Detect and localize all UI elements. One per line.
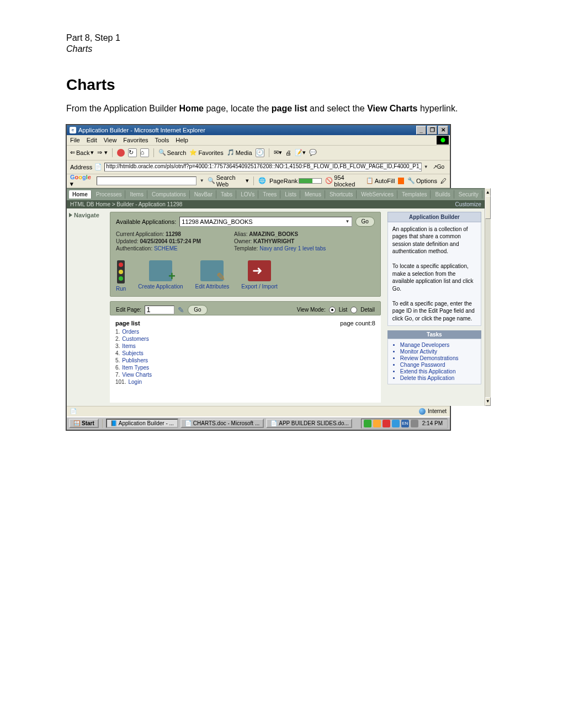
- refresh-icon[interactable]: ↻: [128, 148, 137, 157]
- available-apps-select[interactable]: 11298 AMAZING_BOOKS▼: [179, 217, 352, 227]
- taskbar-app-1[interactable]: 📘Application Builder - ...: [106, 419, 178, 428]
- menu-favorites[interactable]: Favorites: [123, 137, 148, 143]
- template-link[interactable]: Navy and Grey 1 level tabs: [259, 245, 326, 251]
- google-dropdown-icon[interactable]: ▼: [200, 178, 204, 183]
- vertical-scrollbar[interactable]: ▲ ▼: [485, 188, 491, 406]
- tab-trees[interactable]: Trees: [259, 190, 280, 199]
- tab-lists[interactable]: Lists: [282, 190, 300, 199]
- edit-attributes-button[interactable]: Edit Attributes: [195, 260, 230, 292]
- tab-lovs[interactable]: LOVs: [237, 190, 258, 199]
- page-link[interactable]: Subjects: [122, 350, 143, 356]
- create-app-button[interactable]: Create Application: [138, 260, 183, 292]
- sidebar-header: Application Builder: [387, 212, 481, 222]
- run-app-button[interactable]: Run: [116, 260, 126, 292]
- viewmode-detail-radio[interactable]: [350, 307, 357, 313]
- google-blogger-icon[interactable]: [398, 178, 404, 184]
- edit-icon[interactable]: 📝▾: [295, 149, 306, 156]
- tab-navbar[interactable]: NavBar: [191, 190, 216, 199]
- search-button[interactable]: 🔍Search: [158, 149, 187, 156]
- edit-page-go-button[interactable]: Go: [188, 305, 207, 315]
- page-link[interactable]: Item Types: [122, 365, 149, 371]
- stop-icon[interactable]: [117, 149, 125, 157]
- page-link[interactable]: Login: [128, 379, 141, 385]
- print-icon[interactable]: 🖨: [285, 149, 291, 156]
- tab-webservices[interactable]: WebServices: [358, 190, 397, 199]
- tab-templates[interactable]: Templates: [399, 190, 431, 199]
- task-link[interactable]: Monitor Activity: [400, 349, 476, 355]
- task-link[interactable]: Extend this Application: [400, 368, 476, 374]
- navigate-header[interactable]: Navigate: [69, 212, 104, 218]
- page-link[interactable]: Publishers: [122, 357, 148, 363]
- customize-link[interactable]: Customize: [455, 201, 481, 207]
- page-link[interactable]: Orders: [122, 329, 139, 335]
- tab-items[interactable]: Items: [126, 190, 147, 199]
- back-button[interactable]: ⇐ Back ▾: [70, 149, 94, 156]
- menu-view[interactable]: View: [104, 137, 117, 143]
- google-logo: Google ▾: [70, 174, 93, 188]
- menu-help[interactable]: Help: [176, 137, 188, 143]
- address-dropdown-icon[interactable]: ▼: [424, 164, 428, 169]
- tab-security[interactable]: Security: [455, 190, 482, 199]
- tab-tabs[interactable]: Tabs: [217, 190, 236, 199]
- tray-icon-2[interactable]: [373, 420, 381, 427]
- page-link[interactable]: Customers: [122, 336, 148, 342]
- edit-page-input[interactable]: [145, 306, 174, 314]
- menu-tools[interactable]: Tools: [155, 137, 169, 143]
- favorites-button[interactable]: ⭐Favorites: [189, 149, 223, 156]
- task-link[interactable]: Change Password: [400, 362, 476, 368]
- tab-processes[interactable]: Processes: [93, 190, 126, 199]
- security-zone: Internet: [428, 408, 447, 414]
- forward-button[interactable]: ⇒ ▾: [97, 149, 107, 156]
- discuss-icon[interactable]: 💬: [309, 149, 317, 156]
- google-options[interactable]: 🔧Options: [407, 177, 437, 184]
- home-icon[interactable]: ⌂: [140, 148, 149, 157]
- scroll-down-icon[interactable]: ▼: [485, 397, 491, 406]
- auth-link[interactable]: SCHEME: [154, 245, 178, 251]
- google-autofill[interactable]: 📋AutoFill: [366, 177, 395, 184]
- media-button[interactable]: 🎵Media: [227, 149, 252, 156]
- tray-icon-4[interactable]: [392, 420, 400, 427]
- apps-go-button[interactable]: Go: [355, 217, 375, 227]
- page-count-label: page count:: [340, 320, 372, 326]
- taskbar-app-3[interactable]: 📄APP BUILDER SLIDES.do...: [266, 419, 352, 428]
- current-app-value: 11298: [166, 231, 181, 237]
- available-apps-label: Available Applications:: [116, 218, 176, 225]
- wand-icon[interactable]: ✎: [178, 306, 184, 314]
- page-link[interactable]: Items: [122, 343, 135, 349]
- history-icon[interactable]: 🕘: [256, 148, 264, 157]
- minimize-button[interactable]: _: [416, 126, 426, 135]
- page-list-item: 5.Publishers: [115, 357, 375, 363]
- tray-icon-lang[interactable]: EN: [401, 420, 409, 427]
- page-link[interactable]: View Charts: [122, 372, 152, 378]
- breadcrumb-path[interactable]: HTML DB Home > Builder - Application 112…: [70, 201, 182, 207]
- address-go-button[interactable]: ↗Go: [431, 164, 447, 170]
- start-button[interactable]: 🪟Start: [69, 419, 99, 428]
- menu-edit[interactable]: Edit: [87, 137, 97, 143]
- scroll-thumb[interactable]: [485, 196, 491, 219]
- tab-computations[interactable]: Computations: [148, 190, 190, 199]
- google-popup-blocked[interactable]: 🚫954 blocked: [325, 174, 362, 188]
- mail-icon[interactable]: ✉▾: [274, 149, 282, 156]
- viewmode-list-radio[interactable]: [329, 307, 336, 313]
- maximize-button[interactable]: ❐: [427, 126, 437, 135]
- google-news-icon[interactable]: 🌐: [258, 177, 266, 184]
- google-search-input[interactable]: [97, 176, 196, 185]
- tab-menus[interactable]: Menus: [301, 190, 325, 199]
- tray-icon-1[interactable]: [364, 420, 371, 427]
- tab-shortcuts[interactable]: Shortcuts: [326, 190, 357, 199]
- menu-file[interactable]: File: [70, 137, 80, 143]
- address-input[interactable]: http://htmldb.oracle.com/pls/otn/f?p=400…: [104, 163, 421, 172]
- google-searchweb-button[interactable]: 🔍Search Web ▾: [208, 174, 249, 188]
- task-link[interactable]: Delete this Application: [400, 375, 476, 381]
- google-highlight-icon[interactable]: 🖊: [440, 178, 447, 184]
- ie-throbber-icon: ⬤: [437, 136, 449, 144]
- task-link[interactable]: Review Demonstrations: [400, 355, 476, 361]
- tray-icon-5[interactable]: [411, 420, 418, 427]
- tray-icon-3[interactable]: [383, 420, 390, 427]
- close-button[interactable]: ✕: [438, 126, 448, 135]
- taskbar-app-2[interactable]: 📄CHARTS.doc - Microsoft ...: [180, 419, 264, 428]
- task-link[interactable]: Manage Developers: [400, 342, 476, 348]
- tab-home[interactable]: Home: [69, 190, 92, 199]
- export-import-button[interactable]: Export / Import: [241, 260, 278, 292]
- tab-builds[interactable]: Builds: [432, 190, 454, 199]
